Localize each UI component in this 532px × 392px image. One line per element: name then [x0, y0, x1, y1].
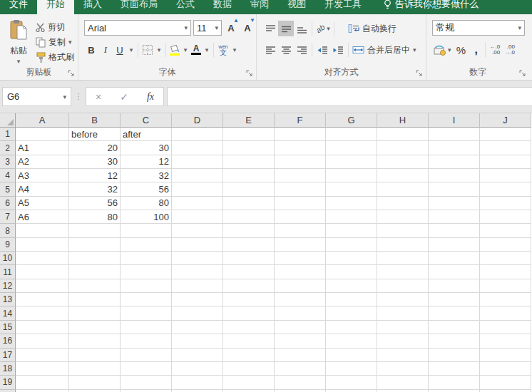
cell-H2[interactable] [377, 141, 429, 155]
cell-G2[interactable] [326, 141, 377, 155]
bottom-align-button[interactable] [294, 21, 310, 36]
cell-B12[interactable] [69, 279, 121, 293]
cell-J15[interactable] [480, 321, 531, 334]
column-header-D[interactable]: D [172, 113, 223, 128]
cell-J5[interactable] [480, 182, 531, 196]
cell-G7[interactable] [326, 210, 377, 224]
enter-button[interactable]: ✓ [120, 91, 128, 103]
cell-D14[interactable] [172, 306, 223, 320]
row-header-19[interactable]: 19 [0, 376, 16, 389]
cell-C12[interactable] [121, 279, 172, 293]
cell-H12[interactable] [377, 279, 429, 293]
cell-E13[interactable] [223, 293, 275, 306]
row-header-1[interactable]: 1 [0, 128, 16, 141]
row-header-10[interactable]: 10 [0, 252, 16, 265]
cell-A6[interactable]: A5 [16, 197, 69, 210]
cell-E16[interactable] [223, 334, 275, 348]
tab-data[interactable]: 数据 [204, 0, 241, 14]
cell-C3[interactable]: 12 [121, 155, 172, 169]
increase-font-size-button[interactable]: A▲ [224, 20, 238, 36]
cell-B20[interactable] [69, 390, 121, 392]
cell-E12[interactable] [223, 279, 275, 293]
cell-J12[interactable] [480, 279, 531, 293]
cell-J13[interactable] [480, 293, 531, 306]
cell-I15[interactable] [429, 321, 480, 334]
row-header-17[interactable]: 17 [0, 349, 16, 362]
cell-H14[interactable] [377, 306, 429, 320]
middle-align-button[interactable] [278, 21, 294, 36]
cell-H8[interactable] [377, 224, 429, 237]
row-header-14[interactable]: 14 [0, 306, 16, 320]
column-header-J[interactable]: J [480, 113, 531, 128]
cell-B18[interactable] [69, 362, 121, 376]
row-header-16[interactable]: 16 [0, 334, 16, 348]
cell-C4[interactable]: 32 [121, 169, 172, 182]
borders-dropdown-caret[interactable]: ▾ [155, 46, 163, 53]
row-header-8[interactable]: 8 [0, 224, 16, 237]
cell-G11[interactable] [326, 265, 377, 279]
cell-B9[interactable] [69, 238, 121, 252]
cell-F7[interactable] [275, 210, 326, 224]
cell-A11[interactable] [16, 265, 69, 279]
font-name-combobox[interactable]: Arial ▾ [84, 20, 191, 36]
cell-B17[interactable] [69, 349, 121, 362]
cell-C17[interactable] [121, 349, 172, 362]
cell-E4[interactable] [223, 169, 275, 182]
cell-J16[interactable] [480, 334, 531, 348]
row-header-20[interactable]: 20 [0, 390, 16, 392]
cell-E19[interactable] [223, 376, 275, 389]
cell-H16[interactable] [377, 334, 429, 348]
cell-D15[interactable] [172, 321, 223, 334]
cell-C14[interactable] [121, 306, 172, 320]
cell-I9[interactable] [429, 238, 480, 252]
cell-A16[interactable] [16, 334, 69, 348]
cell-H13[interactable] [377, 293, 429, 306]
decrease-font-size-button[interactable]: A▼ [240, 20, 255, 36]
cell-G20[interactable] [326, 390, 377, 392]
cell-F1[interactable] [275, 128, 326, 141]
copy-dropdown-caret[interactable]: ▾ [68, 38, 72, 46]
cell-B19[interactable] [69, 376, 121, 389]
name-box[interactable]: G6 ▾ [2, 87, 71, 106]
tab-formulas[interactable]: 公式 [167, 0, 204, 14]
cell-G17[interactable] [326, 349, 377, 362]
cell-D8[interactable] [172, 224, 223, 237]
cell-D18[interactable] [172, 362, 223, 376]
cell-B5[interactable]: 32 [69, 182, 121, 196]
tab-view[interactable]: 视图 [278, 0, 315, 14]
cell-B6[interactable]: 56 [69, 197, 121, 210]
cell-I13[interactable] [429, 293, 480, 306]
row-header-12[interactable]: 12 [0, 279, 16, 293]
cell-E1[interactable] [223, 128, 275, 141]
cell-C18[interactable] [121, 362, 172, 376]
cell-I17[interactable] [429, 349, 480, 362]
cell-I18[interactable] [429, 362, 480, 376]
cell-E2[interactable] [223, 141, 275, 155]
cell-A1[interactable] [16, 128, 69, 141]
orientation-button[interactable]: ab ▾ [314, 24, 332, 33]
cell-C8[interactable] [121, 224, 172, 237]
comma-style-button[interactable]: , [470, 43, 483, 57]
paste-dropdown-caret[interactable]: ▾ [17, 58, 21, 65]
font-color-button[interactable]: A [190, 42, 203, 58]
cell-J9[interactable] [480, 238, 531, 252]
cell-F2[interactable] [275, 141, 326, 155]
column-header-B[interactable]: B [69, 113, 121, 128]
cell-C13[interactable] [121, 293, 172, 306]
cell-B14[interactable] [69, 306, 121, 320]
font-color-dropdown-caret[interactable]: ▾ [203, 46, 211, 53]
cell-B11[interactable] [69, 265, 121, 279]
cell-E9[interactable] [223, 238, 275, 252]
cell-F3[interactable] [275, 155, 326, 169]
cell-J2[interactable] [480, 141, 531, 155]
cell-C9[interactable] [121, 238, 172, 252]
formula-input[interactable] [167, 87, 532, 106]
cell-C6[interactable]: 80 [121, 197, 172, 210]
cell-F8[interactable] [275, 224, 326, 237]
cell-G5[interactable] [326, 182, 377, 196]
cell-I8[interactable] [429, 224, 480, 237]
cell-J1[interactable] [480, 128, 531, 141]
increase-decimal-button[interactable]: ←←.0.0 .00 [488, 44, 503, 56]
cell-F10[interactable] [275, 252, 326, 265]
fill-color-dropdown-caret[interactable]: ▾ [181, 46, 190, 53]
